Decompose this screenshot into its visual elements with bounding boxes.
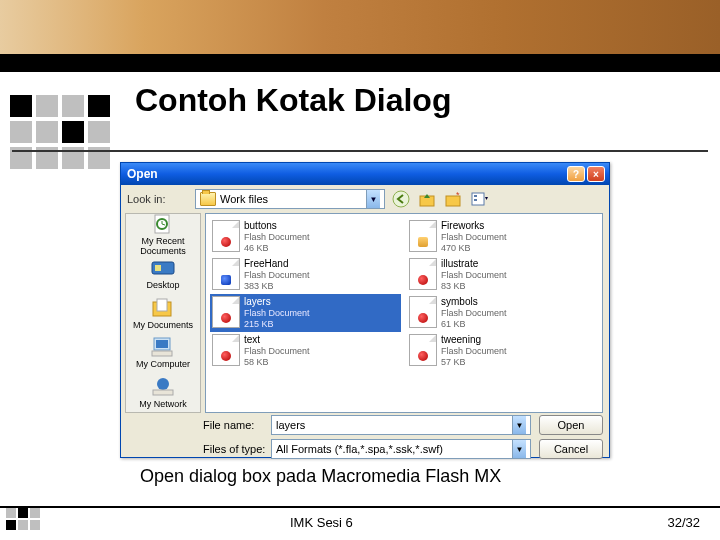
corner-squares-decoration — [10, 95, 110, 169]
file-icon — [409, 258, 437, 290]
file-name: tweening — [441, 334, 507, 346]
footer-bar — [0, 506, 720, 508]
svg-rect-12 — [157, 299, 167, 311]
svg-point-16 — [157, 378, 169, 390]
close-button[interactable]: × — [587, 166, 605, 182]
up-folder-button[interactable] — [417, 189, 437, 209]
lookin-label: Look in: — [127, 193, 195, 205]
file-type: Flash Document — [244, 308, 310, 319]
file-item[interactable]: FreeHandFlash Document383 KB — [210, 256, 401, 294]
footer-squares-decoration — [6, 508, 40, 530]
file-name: symbols — [441, 296, 507, 308]
file-item[interactable]: buttonsFlash Document46 KB — [210, 218, 401, 256]
file-type: Flash Document — [441, 308, 507, 319]
file-icon — [409, 296, 437, 328]
file-size: 58 KB — [244, 357, 310, 368]
file-icon — [212, 258, 240, 290]
file-type: Flash Document — [244, 232, 310, 243]
place-desktop[interactable]: Desktop — [126, 254, 200, 294]
desktop-icon — [149, 257, 177, 279]
file-item[interactable]: symbolsFlash Document61 KB — [407, 294, 598, 332]
filetype-combo[interactable]: All Formats (*.fla,*.spa,*.ssk,*.swf) ▼ — [271, 439, 531, 459]
file-size: 83 KB — [441, 281, 507, 292]
my-documents-icon — [149, 297, 177, 319]
svg-rect-17 — [153, 390, 173, 395]
file-size: 470 KB — [441, 243, 507, 254]
file-list[interactable]: buttonsFlash Document46 KBFireworksFlash… — [205, 213, 603, 413]
svg-point-0 — [393, 191, 409, 207]
file-type: Flash Document — [441, 232, 507, 243]
file-icon — [409, 334, 437, 366]
svg-text:*: * — [456, 190, 460, 200]
file-name: Fireworks — [441, 220, 507, 232]
chevron-down-icon: ▼ — [512, 416, 526, 434]
file-size: 46 KB — [244, 243, 310, 254]
file-size: 215 KB — [244, 319, 310, 330]
svg-rect-15 — [152, 351, 172, 356]
place-recent[interactable]: My Recent Documents — [126, 214, 200, 254]
help-button[interactable]: ? — [567, 166, 585, 182]
file-icon — [212, 334, 240, 366]
recent-documents-icon — [149, 213, 177, 235]
file-size: 57 KB — [441, 357, 507, 368]
filename-label: File name: — [203, 419, 271, 431]
place-mynetwork[interactable]: My Network — [126, 373, 200, 413]
file-name: FreeHand — [244, 258, 310, 270]
file-size: 383 KB — [244, 281, 310, 292]
file-name: illustrate — [441, 258, 507, 270]
footer-page: 32/32 — [667, 515, 700, 530]
file-name: layers — [244, 296, 310, 308]
lookin-combo[interactable]: Work files ▼ — [195, 189, 385, 209]
file-icon — [212, 296, 240, 328]
filename-input[interactable]: layers ▼ — [271, 415, 531, 435]
place-mycomputer[interactable]: My Computer — [126, 333, 200, 373]
back-button[interactable] — [391, 189, 411, 209]
open-button[interactable]: Open — [539, 415, 603, 435]
dialog-titlebar[interactable]: Open ? × — [121, 163, 609, 185]
dialog-title: Open — [125, 167, 565, 181]
dialog-bottom: File name: layers ▼ Open Files of type: … — [121, 413, 609, 467]
filetype-value: All Formats (*.fla,*.spa,*.ssk,*.swf) — [276, 443, 443, 455]
place-mydocs[interactable]: My Documents — [126, 294, 200, 334]
file-item[interactable]: textFlash Document58 KB — [210, 332, 401, 370]
header-decoration — [0, 0, 720, 54]
file-type: Flash Document — [244, 346, 310, 357]
cancel-button[interactable]: Cancel — [539, 439, 603, 459]
my-computer-icon — [149, 336, 177, 358]
open-dialog: Open ? × Look in: Work files ▼ * My Rece… — [120, 162, 610, 458]
filename-value: layers — [276, 419, 305, 431]
lookin-value: Work files — [220, 193, 268, 205]
place-label: My Network — [139, 399, 187, 409]
my-network-icon — [149, 376, 177, 398]
file-item[interactable]: layersFlash Document215 KB — [210, 294, 401, 332]
chevron-down-icon: ▼ — [512, 440, 526, 458]
file-item[interactable]: illustrateFlash Document83 KB — [407, 256, 598, 294]
file-icon — [409, 220, 437, 252]
slide-title: Contoh Kotak Dialog — [135, 82, 451, 119]
file-name: buttons — [244, 220, 310, 232]
file-item[interactable]: FireworksFlash Document470 KB — [407, 218, 598, 256]
svg-rect-14 — [156, 340, 168, 348]
dialog-toolbar: Look in: Work files ▼ * — [121, 185, 609, 213]
folder-icon — [200, 192, 216, 206]
svg-rect-5 — [474, 195, 477, 197]
place-label: My Computer — [136, 359, 190, 369]
footer-meta: IMK Sesi 6 — [290, 515, 353, 530]
file-size: 61 KB — [441, 319, 507, 330]
file-name: text — [244, 334, 310, 346]
new-folder-button[interactable]: * — [443, 189, 463, 209]
file-type: Flash Document — [244, 270, 310, 281]
view-button[interactable] — [469, 189, 489, 209]
svg-rect-4 — [472, 193, 484, 205]
slide-caption: Open dialog box pada Macromedia Flash MX — [140, 466, 501, 487]
filetype-label: Files of type: — [203, 443, 271, 455]
file-type: Flash Document — [441, 270, 507, 281]
file-item[interactable]: tweeningFlash Document57 KB — [407, 332, 598, 370]
svg-rect-10 — [155, 265, 161, 271]
header-black-bar — [0, 54, 720, 72]
place-label: My Recent Documents — [128, 236, 198, 256]
dialog-body: My Recent Documents Desktop My Documents… — [121, 213, 609, 413]
chevron-down-icon: ▼ — [366, 190, 380, 208]
footer: IMK Sesi 6 32/32 — [0, 506, 720, 536]
file-type: Flash Document — [441, 346, 507, 357]
